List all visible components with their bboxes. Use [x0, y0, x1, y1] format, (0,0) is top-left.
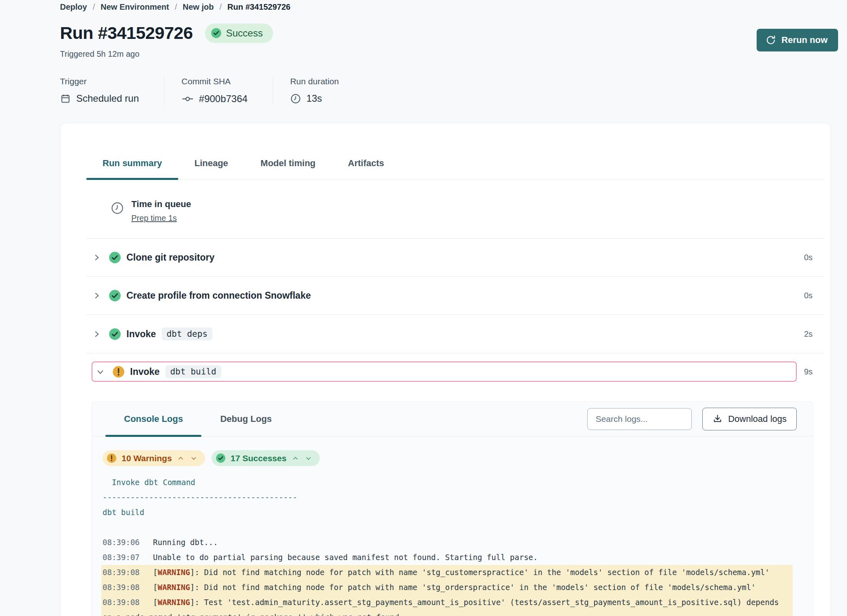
- success-check-icon: [216, 453, 226, 463]
- run-header: Deploy/New Environment/New job/Run #3415…: [0, 0, 847, 105]
- step-title: Invoke: [126, 329, 156, 340]
- tab-lineage[interactable]: Lineage: [178, 158, 244, 179]
- log-line: Invoke dbt Command: [101, 475, 793, 490]
- search-logs-input[interactable]: [587, 408, 692, 430]
- chevron-right-icon[interactable]: [93, 292, 101, 299]
- log-line: 08:39:06Running dbt...: [101, 535, 793, 550]
- commit-icon: [182, 93, 194, 105]
- console-panel-header: Console LogsDebug Logs Download logs: [92, 402, 813, 436]
- meta-label: Run duration: [290, 77, 339, 86]
- step-duration: 0s: [804, 253, 813, 262]
- step-command-chip: dbt deps: [162, 327, 212, 340]
- meta-column: Commit SHA #900b7364: [164, 77, 273, 105]
- prep-time-link[interactable]: Prep time 1s: [131, 214, 177, 223]
- log-tab-debug-logs[interactable]: Debug Logs: [201, 402, 290, 436]
- successes-badge-label: 17 Successes: [231, 453, 287, 463]
- breadcrumb: Deploy/New Environment/New job/Run #3415…: [60, 2, 831, 12]
- triggered-text: Triggered 5h 12m ago: [60, 49, 831, 59]
- log-message: ----------------------------------------…: [103, 493, 297, 502]
- meta-label: Trigger: [60, 77, 139, 86]
- step-duration: 9s: [804, 367, 813, 376]
- breadcrumb-separator: /: [219, 2, 222, 12]
- successes-prev-button[interactable]: [291, 454, 299, 462]
- warnings-badge: 10 Warnings: [103, 450, 205, 466]
- success-check-icon: [109, 328, 121, 340]
- download-logs-button[interactable]: Download logs: [702, 408, 797, 430]
- warnings-prev-button[interactable]: [177, 454, 185, 462]
- clock-icon: [290, 93, 301, 104]
- chevron-right-icon[interactable]: [93, 330, 101, 338]
- meta-value: Scheduled run: [76, 93, 139, 104]
- log-line: 08:39:08[WARNING]: Did not find matching…: [101, 580, 793, 595]
- success-check-icon: [211, 28, 222, 38]
- step-duration: 0s: [804, 291, 813, 300]
- step-command-chip: dbt build: [165, 365, 221, 378]
- clock-icon: [111, 199, 124, 223]
- log-timestamp: 08:39:06: [103, 538, 140, 547]
- meta-column: Run duration 13s: [273, 77, 364, 105]
- time-in-queue-block: Time in queue Prep time 1s: [86, 180, 825, 239]
- calendar-icon: [60, 93, 71, 104]
- log-filter-badges: 10 Warnings 17 Successes: [92, 436, 813, 466]
- queue-title: Time in queue: [131, 199, 191, 210]
- tab-model-timing[interactable]: Model timing: [244, 158, 332, 179]
- warnings-badge-label: 10 Warnings: [122, 453, 172, 463]
- log-tab-label: Console Logs: [124, 414, 183, 424]
- rerun-now-label: Rerun now: [781, 35, 828, 45]
- log-tab-console-logs[interactable]: Console Logs: [105, 402, 201, 436]
- meta-value: #900b7364: [199, 93, 248, 105]
- log-line: 08:39:08[WARNING]: Test 'test.admin_matu…: [101, 595, 793, 616]
- log-timestamp: 08:39:08: [103, 568, 140, 577]
- breadcrumb-link[interactable]: New job: [183, 2, 214, 12]
- warning-icon: [107, 453, 117, 463]
- step-row[interactable]: Create profile from connection Snowflake…: [86, 277, 825, 315]
- warnings-next-button[interactable]: [190, 454, 198, 462]
- step-row[interactable]: Clone git repository 0s: [86, 239, 825, 277]
- chevron-down-icon[interactable]: [96, 368, 104, 376]
- console-panel: Console LogsDebug Logs Download logs 10 …: [92, 401, 813, 616]
- step-title: Invoke: [130, 366, 160, 377]
- step-duration: 2s: [804, 329, 813, 339]
- main-tabs: Run summaryLineageModel timingArtifacts: [86, 158, 825, 180]
- refresh-icon: [766, 35, 776, 45]
- status-badge: Success: [205, 24, 274, 43]
- log-timestamp: 08:39:07: [103, 553, 140, 562]
- log-line: [101, 520, 793, 535]
- log-message: Unable to do partial parsing because sav…: [153, 553, 538, 562]
- tab-label: Model timing: [261, 158, 316, 168]
- log-message: [WARNING]: Test 'test.admin_maturity.ass…: [103, 598, 783, 616]
- breadcrumb-link[interactable]: Deploy: [60, 2, 87, 12]
- log-message: [WARNING]: Did not find matching node fo…: [153, 568, 770, 577]
- chevron-right-icon[interactable]: [93, 254, 101, 261]
- page-title: Run #341529726: [60, 23, 193, 43]
- log-line: dbt build: [101, 505, 793, 520]
- log-line: 08:39:08[WARNING]: Did not find matching…: [101, 565, 793, 580]
- step-row[interactable]: Invoke dbt deps 2s: [86, 315, 825, 353]
- log-message: dbt build: [103, 508, 144, 517]
- success-check-icon: [109, 251, 121, 264]
- log-tabs: Console LogsDebug Logs: [105, 402, 291, 436]
- step-row[interactable]: Invoke dbt build 9s: [86, 353, 825, 382]
- breadcrumb-link[interactable]: New Environment: [101, 2, 169, 12]
- status-badge-label: Success: [226, 28, 263, 39]
- breadcrumb-current: Run #341529726: [227, 2, 291, 12]
- warning-icon: [112, 366, 125, 378]
- successes-next-button[interactable]: [304, 454, 312, 462]
- tab-run-summary[interactable]: Run summary: [86, 158, 178, 179]
- meta-label: Commit SHA: [182, 77, 248, 86]
- log-timestamp: 08:39:08: [103, 583, 140, 592]
- step-title: Create profile from connection Snowflake: [126, 290, 311, 301]
- tab-artifacts[interactable]: Artifacts: [332, 158, 400, 179]
- log-lines: Invoke dbt Command----------------------…: [92, 466, 813, 616]
- download-icon: [712, 414, 723, 424]
- steps-list: Clone git repository 0s Create profile f…: [86, 239, 825, 382]
- rerun-now-button[interactable]: Rerun now: [757, 29, 838, 51]
- tab-label: Artifacts: [348, 158, 384, 168]
- warning-tag: WARNING: [158, 583, 190, 592]
- meta-column: Trigger Scheduled run: [60, 77, 164, 105]
- success-check-icon: [109, 289, 121, 302]
- log-line: ----------------------------------------…: [101, 490, 793, 505]
- log-line: 08:39:07Unable to do partial parsing bec…: [101, 550, 793, 565]
- log-tab-label: Debug Logs: [220, 414, 272, 424]
- breadcrumb-separator: /: [93, 2, 95, 12]
